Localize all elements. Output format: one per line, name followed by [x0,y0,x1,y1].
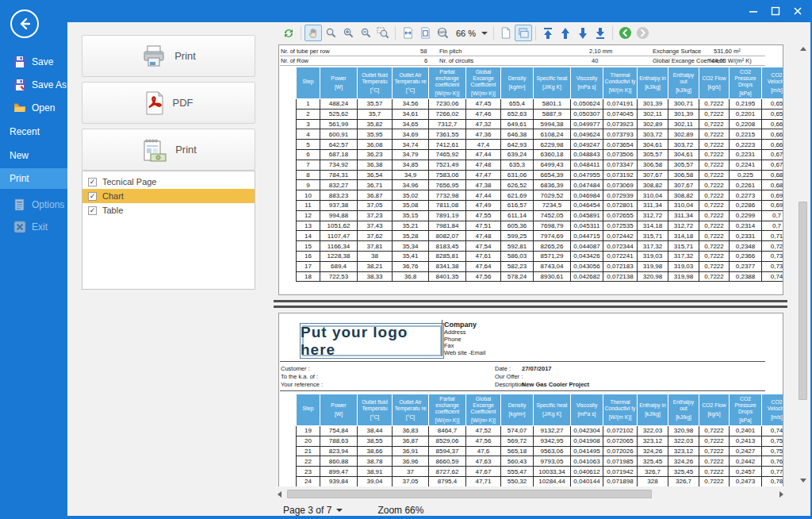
back-button[interactable] [10,10,39,38]
zoom-indicator: Zoom 66% [377,505,423,516]
sidebar-item-new[interactable]: New [0,146,67,165]
table-cell: 47,48 [466,160,501,170]
print-invoice-button[interactable]: Print [82,129,255,171]
table-row: 19754,8438,4436,838464,747,52574,079132,… [297,426,784,436]
vertical-scroll-thumb[interactable] [799,202,807,400]
table-row: 1488,2435,5734,567230,0647,45655,45801,1… [297,99,784,110]
previous-page-button[interactable] [557,25,574,41]
table-cell: 0,2215 [730,129,762,140]
table-cell: 35,28 [393,231,429,241]
table-cell: 939,84 [320,476,358,486]
field-label: Customer : [281,365,310,372]
table-cell: 0,75 [762,446,784,456]
table-cell: 47,54 [466,241,501,252]
horizontal-scrollbar[interactable] [274,488,787,500]
minimize-button[interactable] [745,3,761,19]
table-cell: 0,072801 [603,200,638,210]
sidebar-item-options: Options [0,195,67,214]
pan-tool-button[interactable] [304,25,322,41]
checkbox-row-chart[interactable]: ✓ Chart [82,189,255,203]
zoom-region-button[interactable] [374,25,392,41]
table-cell: 586,03 [501,251,534,261]
table-row: 21823,9438,6636,918594,3747,6565,189563,… [297,446,784,456]
table-cell: 8265,26 [534,241,571,252]
page-selector[interactable]: Page 3 of 7 [283,505,343,516]
folder-icon [13,102,26,114]
checkbox-row-table[interactable]: ✓ Table [82,203,255,217]
single-page-view-button[interactable] [497,25,515,41]
sidebar-item-save-as[interactable]: Save As [0,75,67,94]
column-header: Viscosity[mPa s] [571,394,603,426]
column-header: Outlet fluid Temperatu[°C] [358,394,393,426]
continuous-page-view-button[interactable] [515,25,532,41]
table-cell: 35,82 [358,119,393,129]
navigate-back-button[interactable] [616,25,634,41]
fit-page-button[interactable] [416,25,434,41]
sidebar-item-recent[interactable]: Recent [0,122,67,141]
table-cell: 0,041063 [571,456,603,467]
refresh-button[interactable] [280,25,297,41]
table-cell: 301,39 [668,109,699,119]
zoom-100-button[interactable]: 100% [434,25,451,41]
table-row: 141107,4737,6235,288082,0747,48599,25797… [297,231,784,241]
table-cell: 0,7222 [699,129,730,140]
scroll-left-button[interactable] [274,488,285,500]
fit-page-icon [419,27,431,39]
last-page-button[interactable] [592,25,609,41]
table-cell: 0,65 [762,109,784,119]
info-value: 2,10 mm [589,48,612,55]
preview-viewport[interactable]: Nr. of tube per row 58 Fin pitch 2,10 mm… [274,43,787,486]
table-cell: 308,82 [668,190,699,201]
checkbox-checked-icon[interactable]: ✓ [88,206,97,215]
table-cell: 325,45 [668,467,699,477]
chevron-down-icon [336,509,343,512]
close-button[interactable] [790,3,806,19]
back-arrow-icon [17,17,32,31]
table-cell: 0,073654 [603,140,638,150]
column-header: CO2 Pressure Drops[kPa] [730,67,762,99]
sidebar-item-print[interactable]: Print [0,168,67,189]
navigate-forward-button [634,25,651,41]
sidebar-item-open[interactable]: Open [0,98,67,117]
first-page-icon [542,27,553,40]
zoom-dropdown-button[interactable] [479,25,490,41]
table-cell: 0,65 [762,99,784,110]
fit-width-button[interactable] [399,25,416,41]
table-cell: 8 [297,170,320,180]
vertical-scrollbar[interactable] [797,43,809,486]
zoom-in-button[interactable] [339,25,357,41]
info-value: 40 [592,57,598,64]
pdf-icon [144,91,165,115]
pdf-button[interactable]: PDF [82,82,255,124]
table-cell: 0,7222 [699,241,730,252]
table-cell: 555,47 [501,467,534,477]
table-cell: 0,2201 [730,109,762,119]
first-page-button[interactable] [539,25,557,41]
table-cell: 315,71 [668,241,699,252]
table-cell: 860,88 [320,456,358,467]
table-cell: 47,67 [466,467,501,477]
sidebar-item-save[interactable]: Save [0,52,67,71]
next-page-button[interactable] [574,25,592,41]
table-cell: 36,23 [358,149,393,160]
maximize-button[interactable] [768,3,783,19]
checkbox-row-tecnical-page[interactable]: ✓ Tecnical Page [82,175,255,189]
table-cell: 8930,61 [534,271,571,282]
table-cell: 20 [297,436,320,446]
table-cell: 317,32 [638,241,668,252]
checkbox-checked-icon[interactable]: ✓ [88,192,97,201]
table-cell: 38,91 [358,467,393,477]
checkbox-checked-icon[interactable]: ✓ [88,178,97,186]
horizontal-scroll-thumb[interactable] [287,490,652,498]
table-cell: 788,63 [320,436,358,446]
scroll-down-button[interactable] [797,475,809,486]
table-cell: 599,25 [501,231,534,241]
scroll-right-button[interactable] [776,488,787,500]
table-cell: 626,52 [501,180,534,190]
exit-icon [13,221,26,233]
print-button[interactable]: Print [82,35,255,77]
zoom-out-button[interactable] [357,25,374,41]
table-cell: 37 [393,467,429,477]
zoom-tool-button[interactable] [322,25,339,41]
scroll-up-button[interactable] [797,43,809,55]
